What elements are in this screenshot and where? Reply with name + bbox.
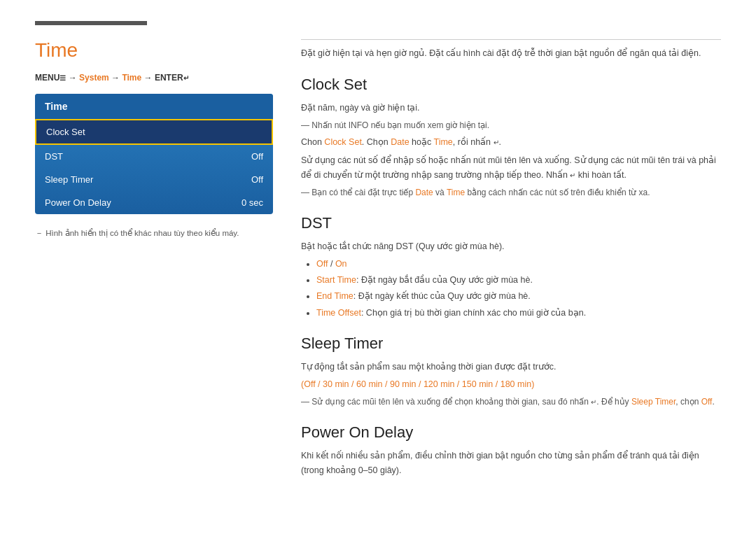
section-sleep-timer-title: Sleep Timer [301, 335, 721, 353]
power-on-delay-p1: Khi kết nối nhiều sản phẩm, điều chỉnh t… [301, 449, 721, 479]
sleep-timer-p1: Tự động tắt sản phẩm sau một khoảng thời… [301, 360, 721, 374]
sleep-timer-note: Sử dụng các mũi tên lên và xuống để chọn… [301, 395, 721, 409]
right-panel: Đặt giờ hiện tại và hẹn giờ ngủ. Đặt cấu… [301, 39, 721, 492]
menu-item-sleep-timer-value: Off [251, 174, 263, 185]
section-dst-title: DST [301, 214, 721, 232]
sleep-timer-values: (Off / 30 min / 60 min / 90 min / 120 mi… [301, 377, 721, 392]
clock-set-note1: Nhấn nút INFO nếu bạn muốn xem giờ hiện … [301, 118, 721, 132]
dst-bullet-4: Time Offset: Chọn giá trị bù thời gian c… [316, 306, 721, 321]
menu-item-clock-set-label: Clock Set [46, 127, 85, 137]
left-panel: Time MENU☰ → System → Time → ENTER↵ Time… [35, 39, 273, 492]
page-title: Time [35, 39, 273, 62]
left-note: － Hình ảnh hiển thị có thể khác nhau tùy… [35, 228, 273, 239]
section-power-on-delay-body: Khi kết nối nhiều sản phẩm, điều chỉnh t… [301, 449, 721, 479]
section-sleep-timer-body: Tự động tắt sản phẩm sau một khoảng thời… [301, 360, 721, 409]
dst-bullet-3: End Time: Đặt ngày kết thúc của Quy ước … [316, 289, 721, 304]
menu-item-dst-label: DST [45, 151, 63, 162]
menu-item-power-on-delay-label: Power On Delay [45, 197, 111, 208]
clock-set-note2: Bạn có thể cài đặt trực tiếp Date và Tim… [301, 185, 721, 199]
menu-item-power-on-delay-value: 0 sec [241, 197, 263, 208]
breadcrumb-arrow1: → [69, 73, 79, 83]
menu-item-clock-set[interactable]: Clock Set [35, 119, 273, 145]
menu-item-power-on-delay[interactable]: Power On Delay 0 sec [35, 191, 273, 214]
section-power-on-delay-title: Power On Delay [301, 423, 721, 442]
dst-bullets: Off / On Start Time: Đặt ngày bắt đầu củ… [316, 257, 721, 321]
section-clock-set: Clock Set Đặt năm, ngày và giờ hiện tại.… [301, 76, 721, 200]
section-dst-body: Bật hoặc tắt chức năng DST (Quy ước giờ … [301, 239, 721, 321]
clock-set-p1: Đặt năm, ngày và giờ hiện tại. [301, 101, 721, 115]
menu-item-dst-value: Off [251, 151, 263, 162]
section-clock-set-body: Đặt năm, ngày và giờ hiện tại. Nhấn nút … [301, 101, 721, 200]
breadcrumb-system: System [79, 73, 109, 83]
menu-box: Time Clock Set DST Off Sleep Timer Off P… [35, 94, 273, 214]
dst-p1: Bật hoặc tắt chức năng DST (Quy ước giờ … [301, 239, 721, 254]
section-sleep-timer: Sleep Timer Tự động tắt sản phẩm sau một… [301, 335, 721, 409]
top-divider [301, 39, 721, 40]
breadcrumb-menu: MENU☰ [35, 73, 66, 83]
section-clock-set-title: Clock Set [301, 76, 721, 94]
menu-item-dst[interactable]: DST Off [35, 145, 273, 168]
section-power-on-delay: Power On Delay Khi kết nối nhiều sản phẩ… [301, 423, 721, 479]
menu-item-sleep-timer-label: Sleep Timer [45, 174, 93, 185]
breadcrumb-arrow3: → ENTER [144, 73, 183, 83]
menu-header: Time [35, 94, 273, 119]
breadcrumb: MENU☰ → System → Time → ENTER↵ [35, 73, 273, 83]
intro-text: Đặt giờ hiện tại và hẹn giờ ngủ. Đặt cấu… [301, 47, 721, 60]
menu-item-sleep-timer[interactable]: Sleep Timer Off [35, 168, 273, 191]
section-dst: DST Bật hoặc tắt chức năng DST (Quy ước … [301, 214, 721, 321]
dst-bullet-1: Off / On [316, 257, 721, 272]
breadcrumb-arrow2: → [111, 73, 122, 83]
clock-set-p2: Chon Clock Set. Chọn Date hoặc Time, rồi… [301, 135, 721, 150]
dst-bullet-2: Start Time: Đặt ngày bắt đầu của Quy ước… [316, 273, 721, 288]
breadcrumb-time: Time [122, 73, 141, 83]
clock-set-p3: Sử dụng các nút số để nhập số hoặc nhấn … [301, 153, 721, 183]
